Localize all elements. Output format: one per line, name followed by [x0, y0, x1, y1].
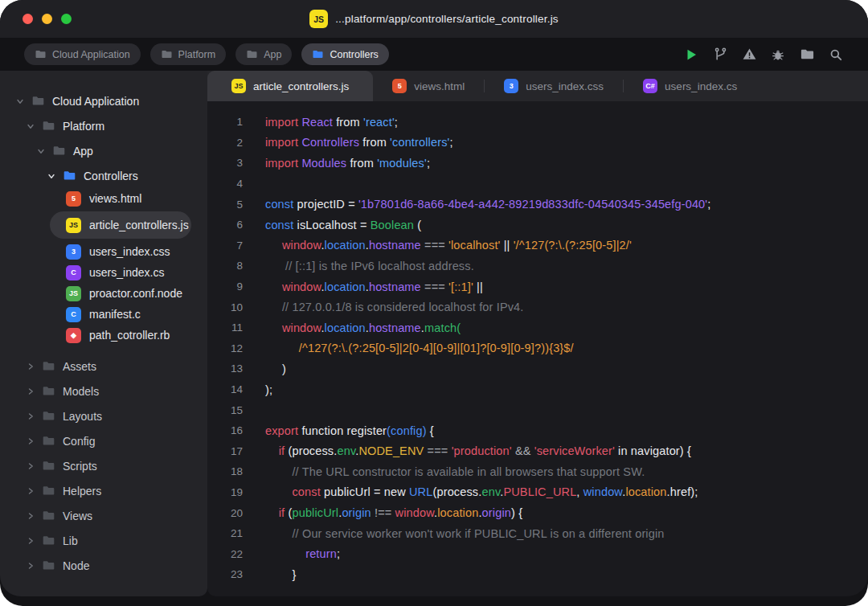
- chevron-right-icon[interactable]: [25, 461, 35, 471]
- tree-file-label: path_cotroller.rb: [89, 329, 170, 342]
- code-line: 8 // [::1] is the IPv6 localhost address…: [207, 256, 868, 276]
- code-token: [265, 342, 299, 354]
- chevron-right-icon[interactable]: [25, 411, 35, 421]
- tree-folder-layouts[interactable]: Layouts: [0, 403, 207, 428]
- line-number: 10: [207, 301, 243, 313]
- breadcrumb-item-app[interactable]: App: [235, 43, 292, 65]
- code-token: from: [346, 157, 377, 170]
- tree-folder-node[interactable]: Node: [0, 553, 207, 578]
- tree-folder-lib[interactable]: Lib: [0, 528, 207, 553]
- chevron-right-icon[interactable]: [25, 560, 35, 571]
- breadcrumb-item-controllers[interactable]: Controllers: [301, 43, 388, 65]
- html-file-icon: 5: [66, 191, 81, 207]
- tab-label: views.html: [414, 80, 465, 92]
- tab-views-html[interactable]: 5views.html: [373, 71, 484, 101]
- code-token: ===: [424, 239, 445, 252]
- tree-file-article-controllers-js[interactable]: JSarticle_controllers.js: [50, 211, 191, 239]
- code-text: return;: [243, 547, 340, 560]
- code-text: // Our service worker won't work if PUBL…: [243, 527, 665, 540]
- tree-folder-label: Cloud Application: [52, 95, 139, 108]
- tree-folder-cloud-application[interactable]: Cloud Application: [0, 88, 207, 113]
- chevron-down-icon[interactable]: [46, 170, 56, 181]
- code-token: location: [325, 239, 366, 252]
- tree-file-proactor-conf-node[interactable]: JSproactor.conf.node: [0, 283, 207, 304]
- tree-folder-assets[interactable]: Assets: [0, 354, 207, 379]
- code-token: ||: [500, 239, 513, 252]
- tree-file-users-index-cs[interactable]: Cusers_index.cs: [0, 262, 207, 283]
- line-number: 18: [207, 465, 243, 477]
- code-token: PUBLIC_URL: [503, 485, 576, 498]
- tree-file-label: article_controllers.js: [89, 219, 189, 231]
- cs-file-icon: C: [66, 265, 81, 280]
- breadcrumb-item-cloud-application[interactable]: Cloud Application: [24, 43, 141, 65]
- code-line: 23 }: [207, 564, 868, 585]
- tab-label: article_controllers.js: [253, 80, 349, 92]
- tree-folder-label: Config: [63, 435, 95, 448]
- code-editor[interactable]: 1import React from 'react';2import Contr…: [207, 101, 868, 596]
- tree-folder-platform[interactable]: Platform: [0, 113, 207, 138]
- chevron-right-icon[interactable]: [25, 361, 35, 371]
- line-number: 2: [207, 137, 243, 149]
- tree-file-users-index-css[interactable]: 3users_index.css: [0, 241, 207, 262]
- code-token: ) {: [511, 506, 522, 519]
- minimize-button[interactable]: [42, 14, 52, 24]
- folder-icon: [312, 48, 324, 60]
- tree-folder-views[interactable]: Views: [0, 503, 207, 528]
- search-icon[interactable]: [828, 47, 844, 63]
- code-token: ;: [395, 116, 398, 129]
- line-number: 7: [207, 240, 243, 252]
- tree-file-manifest-c[interactable]: Cmanifest.c: [0, 304, 207, 325]
- folder-icon[interactable]: [799, 47, 815, 63]
- tree-folder-models[interactable]: Models: [0, 379, 207, 403]
- line-number: 6: [207, 219, 243, 231]
- folder-icon: [161, 48, 173, 60]
- code-token: ;: [427, 157, 430, 170]
- code-token: const: [265, 219, 293, 231]
- code-token: NODE_ENV: [358, 444, 424, 457]
- tree-folder-scripts[interactable]: Scripts: [0, 453, 207, 478]
- chevron-right-icon[interactable]: [25, 535, 35, 546]
- bug-icon[interactable]: [770, 47, 786, 63]
- tree-file-views-html[interactable]: 5views.html: [0, 188, 207, 209]
- tab-users-index-css[interactable]: 3users_index.css: [485, 71, 623, 101]
- chevron-right-icon[interactable]: [25, 436, 35, 446]
- chevron-down-icon[interactable]: [25, 121, 35, 131]
- code-token: [265, 485, 292, 498]
- tree-file-path-cotroller-rb[interactable]: ◆path_cotroller.rb: [0, 325, 207, 346]
- line-number: 21: [207, 527, 243, 539]
- warning-icon[interactable]: [741, 47, 757, 63]
- code-line: 4: [207, 174, 868, 194]
- git-branch-icon[interactable]: [712, 47, 728, 63]
- tree-folder-label: App: [73, 145, 93, 158]
- tree-file-label: views.html: [89, 192, 141, 205]
- tab-users-index-cs[interactable]: C#users_index.cs: [624, 71, 756, 101]
- code-token: from: [333, 116, 363, 129]
- code-token: from: [359, 136, 390, 149]
- code-text: export function register(config) {: [243, 424, 434, 437]
- code-token: origin: [482, 506, 511, 519]
- title-bar: JS ...platform/app/controllers/article_c…: [0, 0, 868, 38]
- run-icon[interactable]: [683, 47, 699, 63]
- code-token: env: [337, 444, 355, 457]
- code-token: );: [265, 383, 272, 396]
- code-token: }: [265, 568, 296, 581]
- tree-folder-controllers[interactable]: Controllers: [0, 163, 207, 188]
- code-line: 17 if (process.env.NODE_ENV === 'product…: [207, 441, 868, 462]
- close-button[interactable]: [23, 14, 33, 24]
- chevron-down-icon[interactable]: [14, 96, 25, 106]
- code-text: window.location.hostname.match(: [243, 321, 461, 334]
- breadcrumb-item-platform[interactable]: Platform: [150, 43, 227, 65]
- chevron-down-icon[interactable]: [35, 145, 46, 156]
- chevron-right-icon[interactable]: [25, 386, 35, 396]
- code-line: 10 // 127.0.0.1/8 is considered localhos…: [207, 297, 868, 317]
- tree-folder-app[interactable]: App: [0, 138, 207, 163]
- chevron-right-icon[interactable]: [25, 485, 35, 496]
- tab-article-controllers-js[interactable]: JSarticle_controllers.js: [207, 71, 373, 101]
- zoom-button[interactable]: [61, 14, 72, 24]
- tree-folder-config[interactable]: Config: [0, 428, 207, 453]
- code-token: (process.: [285, 444, 337, 457]
- tree-folder-helpers[interactable]: Helpers: [0, 478, 207, 503]
- code-text: // [::1] is the IPv6 localhost address.: [243, 260, 474, 272]
- line-number: 17: [207, 445, 243, 457]
- chevron-right-icon[interactable]: [25, 510, 35, 521]
